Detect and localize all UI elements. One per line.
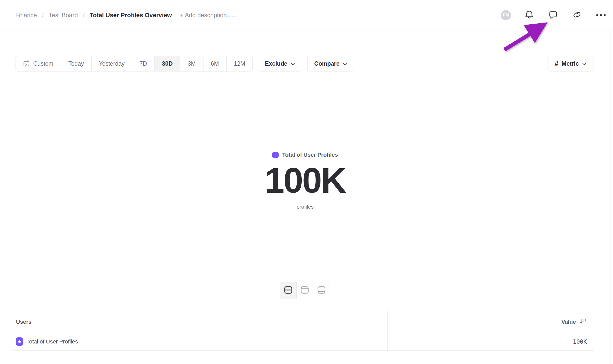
copy-link-button[interactable] — [571, 10, 583, 21]
value-header-label: Value — [561, 319, 576, 325]
column-header-users[interactable]: Users — [16, 319, 31, 325]
series-badge-icon — [16, 337, 23, 346]
date-range-label: 30D — [162, 60, 173, 67]
date-range-30d[interactable]: 30D — [155, 56, 180, 71]
exclude-label: Exclude — [265, 60, 287, 67]
comments-button[interactable] — [548, 10, 559, 21]
view-toggle-split[interactable] — [280, 282, 297, 299]
avatar[interactable]: FM — [501, 10, 511, 20]
series-label: Total of User Profiles — [282, 152, 338, 158]
metric-dropdown[interactable]: # Metric — [548, 56, 593, 71]
big-number-chart: Total of User Profiles 100K profiles — [0, 152, 610, 210]
calendar-icon — [23, 60, 30, 67]
date-range-label: 6M — [211, 60, 219, 67]
breadcrumb-separator: / — [42, 12, 44, 19]
split-view-icon — [284, 286, 293, 295]
chevron-down-icon — [291, 63, 295, 65]
table-only-view-icon — [317, 286, 326, 295]
right-rail-divider — [610, 30, 613, 51]
add-description-button[interactable]: + Add description...... — [180, 12, 237, 19]
date-range-label: 12M — [234, 60, 245, 67]
sort-descending-icon — [579, 318, 587, 326]
comment-icon — [548, 9, 558, 21]
date-range-group: Custom Today Yesterday 7D 30D 3M 6M 12M — [15, 56, 253, 71]
date-range-label: Today — [68, 60, 84, 67]
date-range-7d[interactable]: 7D — [132, 56, 155, 71]
metric-unit: profiles — [297, 204, 314, 210]
bell-icon — [524, 9, 535, 21]
column-header-value[interactable]: Value — [561, 318, 587, 326]
view-toggle-table-only[interactable] — [313, 282, 330, 299]
date-range-6m[interactable]: 6M — [203, 56, 227, 71]
row-label: Total of User Profiles — [26, 338, 78, 345]
board-report-page: Finance / Test Board / Total User Profil… — [0, 0, 613, 364]
table-header-row: Users Value — [0, 311, 613, 333]
ellipsis-icon — [596, 14, 606, 16]
notifications-button[interactable] — [524, 10, 535, 21]
table-row[interactable]: Total of User Profiles 100K — [0, 333, 613, 350]
date-range-label: Custom — [33, 60, 53, 67]
view-toggle-chart-only[interactable] — [297, 282, 313, 299]
row-value: 100K — [573, 338, 587, 345]
date-range-12m[interactable]: 12M — [227, 56, 253, 71]
breadcrumb: Finance / Test Board / Total User Profil… — [15, 12, 237, 19]
link-icon — [572, 9, 582, 21]
date-range-yesterday[interactable]: Yesterday — [92, 56, 132, 71]
chevron-down-icon — [343, 63, 347, 65]
breadcrumb-separator: / — [83, 12, 85, 19]
view-toggle — [280, 282, 330, 299]
metric-value: 100K — [265, 163, 346, 198]
date-range-today[interactable]: Today — [61, 56, 91, 71]
exclude-dropdown[interactable]: Exclude — [258, 56, 302, 71]
compare-dropdown[interactable]: Compare — [307, 56, 354, 71]
date-range-label: 7D — [140, 60, 147, 67]
date-range-label: 3M — [188, 60, 196, 67]
chart-only-view-icon — [300, 286, 309, 295]
chart-legend[interactable]: Total of User Profiles — [272, 152, 338, 158]
breadcrumb-project[interactable]: Finance — [15, 12, 37, 19]
chevron-down-icon — [582, 63, 586, 65]
breakdown-table: Users Value Total of User Profiles 100K — [0, 311, 613, 352]
header-actions: FM — [501, 10, 606, 21]
metric-label: Metric — [561, 60, 579, 67]
hash-icon: # — [555, 60, 558, 68]
top-bar: Finance / Test Board / Total User Profil… — [0, 0, 613, 30]
page-title[interactable]: Total User Profiles Overview — [90, 12, 172, 19]
table-row-rule — [13, 350, 594, 351]
right-rail — [610, 30, 613, 364]
breadcrumb-board[interactable]: Test Board — [49, 12, 78, 19]
more-options-button[interactable] — [595, 10, 606, 21]
date-range-3m[interactable]: 3M — [180, 56, 203, 71]
date-range-label: Yesterday — [99, 60, 125, 67]
report-toolbar: Custom Today Yesterday 7D 30D 3M 6M 12M … — [15, 56, 593, 71]
series-color-swatch — [272, 152, 279, 158]
date-range-custom[interactable]: Custom — [15, 56, 61, 71]
compare-label: Compare — [314, 60, 340, 67]
